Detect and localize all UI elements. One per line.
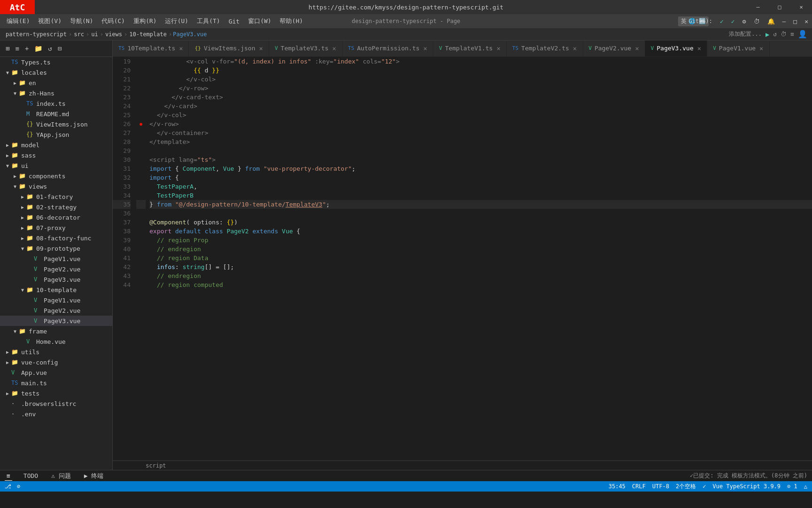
panel-tab-issues[interactable]: ⚠ 问题 (49, 471, 73, 481)
status-bell[interactable]: △ (804, 483, 807, 490)
sidebar-item-pagev3-proto[interactable]: V PageV3.vue (0, 274, 112, 285)
tab-viewitems[interactable]: {} ViewItems.json × (189, 40, 269, 56)
tab-close[interactable]: × (497, 45, 500, 52)
sidebar-item-env[interactable]: · .env (0, 409, 112, 419)
explorer-icon[interactable]: ⊞ (4, 44, 11, 53)
tab-10template[interactable]: TS 10Template.ts × (113, 40, 189, 56)
tab-pagev3[interactable]: V PageV3.vue × (645, 40, 707, 56)
collapse-all-icon[interactable]: ≡ (13, 44, 21, 53)
sidebar-item-model[interactable]: ▶ 📁 model (0, 140, 112, 150)
tab-close[interactable]: × (635, 45, 639, 52)
sidebar-item-locales[interactable]: ▼ 📁 locales (0, 67, 112, 78)
sidebar-item-main-ts[interactable]: TS main.ts (0, 378, 112, 388)
status-position[interactable]: 35:45 (609, 483, 625, 490)
crumb-src[interactable]: src (73, 31, 85, 38)
sidebar-item-zh-hans[interactable]: ▼ 📁 zh-Hans (0, 88, 112, 98)
menu-edit[interactable]: 编辑(E) (3, 16, 33, 26)
crumb-ui[interactable]: ui (90, 31, 99, 38)
sidebar-item-components[interactable]: ▶ 📁 components (0, 171, 112, 181)
collapse-icon[interactable]: ⊟ (56, 44, 63, 53)
sidebar-item-vue-config[interactable]: ▶ 📁 vue-config (0, 357, 112, 367)
tab-templatev2[interactable]: TS TemplateV2.ts × (507, 40, 583, 56)
sidebar-item-en[interactable]: ▶ 📁 en (0, 78, 112, 88)
git-check2[interactable]: ✓ (727, 14, 739, 28)
sidebar-item-01-factory[interactable]: ▶ 📁 01-factory (0, 191, 112, 202)
menu-help[interactable]: 帮助(H) (276, 16, 306, 26)
git-check[interactable]: ✓ (716, 14, 727, 28)
status-language[interactable]: Vue TypeScript 3.9.9 (713, 483, 781, 490)
tab-close[interactable]: × (332, 45, 336, 52)
sidebar-item-pagev1-tmpl[interactable]: V PageV1.vue (0, 295, 112, 305)
git-build[interactable]: ⚙ (739, 14, 750, 28)
more-button[interactable]: ≡ (790, 31, 794, 38)
tab-close[interactable]: × (697, 45, 701, 52)
maximize-btn[interactable]: □ (789, 14, 801, 28)
sidebar-item-home[interactable]: V Home.vue (0, 336, 112, 347)
tab-close[interactable]: × (423, 45, 427, 52)
sidebar-item-utils[interactable]: ▶ 📁 utils (0, 347, 112, 357)
tab-close[interactable]: × (179, 45, 183, 52)
close-button[interactable]: ✕ (790, 0, 812, 14)
menu-git[interactable]: Git (225, 17, 243, 26)
crumb-root[interactable]: pattern-typescript (5, 31, 68, 38)
sidebar-item-pagev3-tmpl[interactable]: V PageV3.vue (0, 316, 112, 326)
tab-close[interactable]: × (259, 45, 263, 52)
sidebar-item-pagev2-proto[interactable]: V PageV2.vue (0, 264, 112, 274)
refresh-icon[interactable]: ↺ (46, 44, 54, 53)
status-check[interactable]: ✓ (703, 483, 706, 490)
crumb-views[interactable]: views (104, 31, 123, 38)
sidebar-item-07-proxy[interactable]: ▶ 📁 07-proxy (0, 222, 112, 233)
sidebar-item-06-decorator[interactable]: ▶ 📁 06-decorator (0, 212, 112, 222)
sidebar-item-browserslistrc[interactable]: · .browserslistrc (0, 398, 112, 409)
sidebar-item-ui[interactable]: ▼ 📁 ui (0, 160, 112, 171)
sidebar-item-tests[interactable]: ▶ 📁 tests (0, 388, 112, 398)
tab-templatev3[interactable]: V TemplateV3.ts × (269, 40, 343, 56)
menu-refactor[interactable]: 重构(R) (130, 16, 160, 26)
status-git-icon[interactable]: ⎇ (5, 483, 11, 490)
menu-run[interactable]: 运行(U) (161, 16, 192, 26)
sidebar-item-readme[interactable]: M README.md (0, 109, 112, 119)
sidebar-item-08-factory-func[interactable]: ▶ 📁 08-factory-func (0, 233, 112, 243)
status-errors[interactable]: ⊘ (17, 483, 20, 490)
account-icon[interactable]: 👤 (798, 30, 807, 39)
notification[interactable]: 🔔 (764, 14, 779, 28)
tab-templatev1[interactable]: V TemplateV1.ts × (433, 40, 507, 56)
editor-container[interactable]: 19 20 21 22 23 24 25 26 27 28 29 30 31 3… (113, 57, 812, 460)
panel-tab-problems[interactable]: ≡ (5, 471, 12, 481)
git-time[interactable]: ⏱ (750, 14, 764, 28)
timer-icon[interactable]: ⏱ (781, 31, 787, 38)
refresh-button[interactable]: ↺ (773, 31, 777, 38)
maximize-button[interactable]: □ (769, 0, 790, 14)
sidebar-item-yapp[interactable]: {} YApp.json (0, 129, 112, 140)
sidebar-item-index-ts[interactable]: TS index.ts (0, 98, 112, 109)
sidebar-item-pagev2-tmpl[interactable]: V PageV2.vue (0, 305, 112, 316)
new-folder-icon[interactable]: 📁 (32, 44, 44, 53)
add-config-button[interactable]: 添加配置... (729, 30, 762, 38)
sidebar-item-pagev1-proto[interactable]: V PageV1.vue (0, 254, 112, 264)
tab-close[interactable]: × (759, 45, 763, 52)
menu-nav[interactable]: 导航(N) (66, 16, 97, 26)
menu-window[interactable]: 窗口(W) (244, 16, 275, 26)
new-file-icon[interactable]: + (23, 44, 31, 53)
status-notification[interactable]: ⊙ 1 (787, 483, 797, 490)
sidebar-item-types[interactable]: TS Types.ts (0, 57, 112, 67)
tab-pagev1[interactable]: V PageV1.vue × (707, 40, 769, 56)
panel-tab-terminal[interactable]: ▶ 终端 (82, 471, 106, 481)
sidebar-item-app-vue[interactable]: V App.vue (0, 367, 112, 378)
run-button[interactable]: ▶ (765, 31, 769, 38)
tab-pagev2[interactable]: V PageV2.vue × (583, 40, 645, 56)
crumb-active-file[interactable]: PageV3.vue (173, 31, 207, 38)
sidebar-item-sass[interactable]: ▶ 📁 sass (0, 150, 112, 160)
menu-view[interactable]: 视图(V) (34, 16, 65, 26)
sidebar-item-viewitems[interactable]: {} ViewItems.json (0, 119, 112, 129)
tab-autopermission[interactable]: TS AutoPermission.ts × (343, 40, 434, 56)
sidebar-item-views[interactable]: ▼ 📁 views (0, 181, 112, 191)
menu-code[interactable]: 代码(C) (98, 16, 128, 26)
status-spaces[interactable]: 2个空格 (676, 483, 696, 491)
crumb-10template[interactable]: 10-template (128, 31, 167, 38)
panel-tab-todo[interactable]: TODO (22, 471, 40, 480)
close-btn[interactable]: ✕ (801, 14, 812, 28)
sidebar-item-frame[interactable]: ▼ 📁 frame (0, 326, 112, 336)
tab-close[interactable]: × (573, 45, 577, 52)
sidebar-item-10-template[interactable]: ▼ 📁 10-template (0, 285, 112, 295)
